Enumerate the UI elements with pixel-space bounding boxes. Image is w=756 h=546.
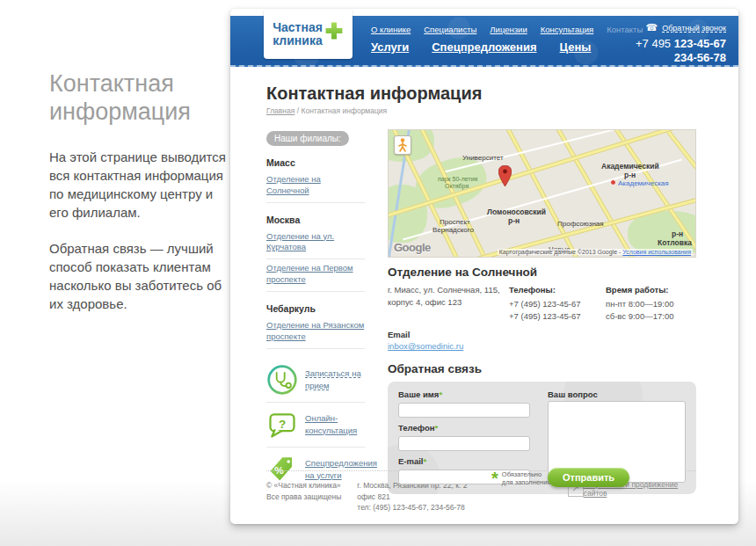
name-field-label: Ваше имя* bbox=[398, 389, 530, 399]
callback-block: ☎ Обратный звонок bbox=[646, 23, 727, 33]
branch-city-moscow: Москва bbox=[266, 215, 365, 228]
intro-column: Контактная информация На этой странице в… bbox=[49, 70, 229, 331]
phone-prefix: +7 495 bbox=[636, 37, 674, 50]
page-content: Контактная информация Главная / Контактн… bbox=[266, 67, 696, 494]
map-label: р-н bbox=[508, 216, 520, 225]
callback-link[interactable]: Обратный звонок bbox=[662, 24, 726, 33]
question-field-label: Ваш вопрос bbox=[548, 389, 686, 399]
google-logo[interactable]: Google bbox=[394, 241, 431, 254]
map-label: р-н bbox=[672, 229, 683, 238]
chat-question-icon: ? bbox=[266, 409, 298, 440]
clinic-logo-text: Частная клиника bbox=[273, 21, 323, 47]
main-nav-specials[interactable]: Спецпредложения bbox=[432, 40, 536, 54]
map-label: Университет bbox=[462, 154, 504, 162]
svg-text:?: ? bbox=[279, 417, 286, 430]
branch-link-perviy-prospekt[interactable]: Отделение на Первом проспекте bbox=[266, 259, 365, 292]
promo-online-consult-link[interactable]: Онлайн-консультация bbox=[305, 412, 365, 436]
map-label: р-н bbox=[624, 171, 636, 179]
required-asterisk: * bbox=[424, 456, 427, 466]
hours-label: Время работы: bbox=[606, 284, 702, 296]
map-label: Академическая bbox=[610, 179, 669, 187]
intro-paragraph-1: На этой странице выводится вся контактна… bbox=[49, 148, 229, 222]
top-nav-contacts-active[interactable]: Контакты bbox=[607, 25, 643, 34]
phone-input[interactable] bbox=[398, 436, 530, 451]
map-attribution: Картографические данные ©2013 Google - У… bbox=[498, 249, 693, 255]
branches-badge: Наши филиалы: bbox=[266, 131, 349, 146]
map-label: Октября bbox=[445, 183, 469, 189]
hours-weekend: сб-вс 9:00—17:00 bbox=[606, 310, 702, 323]
promo-appointment-link[interactable]: Записаться на прием bbox=[305, 368, 365, 391]
map-label: Котловка bbox=[658, 238, 692, 247]
top-nav-specialists[interactable]: Специалисты bbox=[424, 25, 476, 34]
feedback-title: Обратная связь bbox=[388, 362, 696, 375]
breadcrumb-home-link[interactable]: Главная bbox=[266, 106, 294, 115]
hours-weekdays: пн-пт 8:00—19:00 bbox=[606, 298, 702, 310]
top-nav-licenses[interactable]: Лицензии bbox=[490, 25, 527, 34]
branch-email-block: Email inbox@somedinic.ru bbox=[388, 330, 696, 351]
branch-phone-2: +7 (495) 123-45-67 bbox=[509, 310, 606, 323]
phone-receiver-icon: ☎ bbox=[646, 23, 658, 33]
map-terms-link[interactable]: Условия использования bbox=[622, 249, 691, 255]
branch-hours: Время работы: пн-пт 8:00—19:00 сб-вс 9:0… bbox=[606, 284, 702, 322]
map-label: Ломоносовский bbox=[487, 207, 546, 216]
google-map[interactable]: Университет Академический р-н Академичес… bbox=[388, 129, 696, 258]
main-nav-services[interactable]: Услуги bbox=[371, 40, 409, 54]
email-label: Email bbox=[388, 330, 696, 339]
page-title: Контактная информация bbox=[266, 84, 696, 104]
branch-link-kurchatova[interactable]: Отделение на ул. Курчатова bbox=[266, 228, 365, 260]
branch-link-solnechnaya[interactable]: Отделение на Солнечной bbox=[266, 171, 365, 203]
main-column: Университет Академический р-н Академичес… bbox=[388, 129, 696, 494]
branch-link-ryazanskiy-prospekt[interactable]: Отделение на Рязанском проспекте bbox=[266, 317, 365, 349]
map-label: Вернадского bbox=[433, 226, 474, 234]
map-label: Академический bbox=[601, 162, 659, 171]
phone-number-secondary: 234-56-78 bbox=[674, 51, 726, 64]
feedback-form-panel: Ваше имя* Телефон* E-mail* Ваш вопрос * … bbox=[388, 382, 696, 494]
main-nav: Услуги Спецпредложения Цены bbox=[371, 40, 591, 54]
promo-online-consult[interactable]: ? Онлайн-консультация bbox=[266, 403, 365, 448]
stethoscope-icon bbox=[266, 364, 298, 396]
breadcrumb-current: Контактная информация bbox=[301, 106, 387, 115]
branch-phones: Телефоны: +7 (495) 123-45-67 +7 (495) 12… bbox=[509, 284, 606, 322]
branch-details-title: Отделение на Солнечной bbox=[388, 266, 696, 279]
top-nav-about[interactable]: О клинике bbox=[371, 25, 411, 34]
phone-field-label: Телефон* bbox=[398, 423, 530, 433]
pegman-control[interactable] bbox=[394, 135, 411, 155]
submit-button[interactable]: Отправить bbox=[548, 468, 629, 487]
header-phones: +7 495 123-45-67 234-56-78 bbox=[636, 37, 726, 64]
name-input[interactable] bbox=[398, 403, 530, 418]
site-preview-card: О клинике Специалисты Лицензии Консульта… bbox=[230, 9, 738, 524]
branch-city-chebarkul: Чебаркуль bbox=[266, 303, 365, 317]
intro-title: Контактная информация bbox=[49, 70, 229, 127]
clinic-logo[interactable]: Частная клиника bbox=[264, 9, 353, 59]
top-nav-consultation[interactable]: Консультация bbox=[541, 25, 594, 34]
email-link[interactable]: inbox@somedinic.ru bbox=[388, 341, 463, 351]
breadcrumb-divider: / bbox=[297, 106, 299, 115]
map-marker-pin[interactable] bbox=[498, 165, 512, 190]
promo-appointment[interactable]: Записаться на прием bbox=[266, 358, 365, 403]
branch-city-miass: Миасс bbox=[266, 157, 365, 171]
phones-label: Телефоны: bbox=[509, 284, 606, 296]
required-asterisk: * bbox=[435, 423, 439, 433]
phone-number-main: 123-45-67 bbox=[674, 37, 726, 50]
top-nav: О клинике Специалисты Лицензии Консульта… bbox=[371, 25, 643, 34]
branch-phone-1: +7 (495) 123-45-67 bbox=[509, 298, 606, 310]
intro-paragraph-2: Обратная связь — лучший способ показать … bbox=[49, 239, 229, 313]
email-field-label: E-mail* bbox=[398, 456, 530, 466]
green-cross-icon bbox=[324, 21, 344, 40]
branch-details-row: г. Миасс, ул. Солнечная, 115, корпус 4, … bbox=[388, 284, 696, 322]
branches-rail: Наши филиалы: Миасс Отделение на Солнечн… bbox=[266, 129, 365, 494]
required-asterisk: * bbox=[439, 389, 442, 399]
map-label: Проспект bbox=[440, 218, 470, 226]
footer-copyright: © «Частная клиника» Все права защищены bbox=[266, 480, 357, 503]
required-note-asterisk-icon: * bbox=[491, 473, 498, 484]
breadcrumb: Главная / Контактная информация bbox=[266, 106, 696, 115]
branch-address: г. Миасс, ул. Солнечная, 115, корпус 4, … bbox=[388, 284, 509, 322]
required-note: * Обязательнодля заполнения bbox=[491, 470, 550, 487]
main-nav-prices[interactable]: Цены bbox=[560, 40, 592, 54]
map-label: парк 50-летия bbox=[438, 176, 477, 182]
map-label: Профсоюзная bbox=[557, 220, 604, 228]
